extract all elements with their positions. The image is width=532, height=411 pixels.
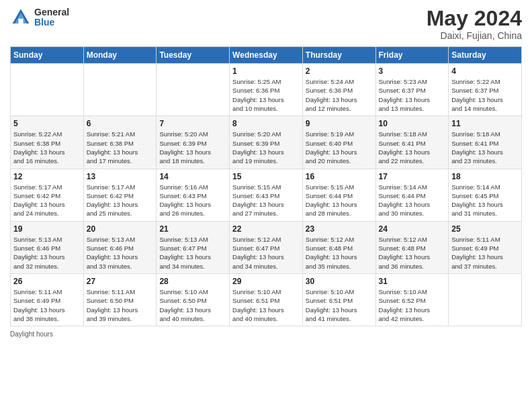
calendar-cell [11, 64, 84, 116]
day-info: Sunrise: 5:13 AM Sunset: 6:47 PM Dayligh… [159, 235, 226, 271]
weekday-header-monday: Monday [83, 47, 157, 64]
calendar-cell: 30Sunrise: 5:10 AM Sunset: 6:51 PM Dayli… [302, 273, 375, 326]
calendar-week-5: 26Sunrise: 5:11 AM Sunset: 6:49 PM Dayli… [11, 273, 522, 326]
page: General Blue May 2024 Daixi, Fujian, Chi… [0, 0, 532, 411]
calendar-cell: 1Sunrise: 5:25 AM Sunset: 6:36 PM Daylig… [230, 64, 303, 116]
day-info: Sunrise: 5:14 AM Sunset: 6:45 PM Dayligh… [451, 183, 519, 218]
calendar-cell: 16Sunrise: 5:15 AM Sunset: 6:44 PM Dayli… [302, 169, 375, 221]
calendar-week-2: 5Sunrise: 5:22 AM Sunset: 6:38 PM Daylig… [11, 116, 522, 169]
calendar-cell: 21Sunrise: 5:13 AM Sunset: 6:47 PM Dayli… [157, 221, 230, 273]
day-number: 21 [159, 224, 226, 234]
logo-text: General Blue [34, 7, 69, 28]
calendar-cell: 23Sunrise: 5:12 AM Sunset: 6:48 PM Dayli… [302, 221, 375, 273]
calendar-cell [83, 64, 157, 116]
calendar-cell: 10Sunrise: 5:18 AM Sunset: 6:41 PM Dayli… [375, 116, 449, 169]
calendar-cell: 24Sunrise: 5:12 AM Sunset: 6:48 PM Dayli… [375, 221, 449, 273]
day-info: Sunrise: 5:25 AM Sunset: 6:36 PM Dayligh… [232, 77, 300, 113]
calendar-cell: 14Sunrise: 5:16 AM Sunset: 6:43 PM Dayli… [157, 169, 230, 221]
day-info: Sunrise: 5:22 AM Sunset: 6:37 PM Dayligh… [451, 77, 519, 113]
day-number: 4 [451, 66, 519, 76]
weekday-header-row: SundayMondayTuesdayWednesdayThursdayFrid… [11, 47, 522, 64]
day-number: 16 [306, 172, 373, 181]
day-info: Sunrise: 5:14 AM Sunset: 6:44 PM Dayligh… [379, 183, 446, 218]
daylight-label: Daylight hours [10, 330, 53, 338]
weekday-header-sunday: Sunday [11, 47, 84, 64]
day-info: Sunrise: 5:12 AM Sunset: 6:48 PM Dayligh… [379, 235, 446, 271]
calendar-cell: 6Sunrise: 5:21 AM Sunset: 6:38 PM Daylig… [83, 116, 157, 169]
day-number: 28 [159, 277, 226, 286]
day-number: 9 [306, 119, 373, 128]
logo: General Blue [10, 7, 69, 28]
title-block: May 2024 Daixi, Fujian, China [427, 7, 522, 41]
day-info: Sunrise: 5:10 AM Sunset: 6:51 PM Dayligh… [232, 287, 300, 323]
calendar-cell: 31Sunrise: 5:10 AM Sunset: 6:52 PM Dayli… [375, 273, 449, 326]
calendar-table: SundayMondayTuesdayWednesdayThursdayFrid… [10, 46, 522, 326]
day-number: 27 [87, 277, 154, 286]
day-number: 20 [87, 224, 154, 234]
day-number: 22 [232, 224, 300, 234]
calendar-cell: 20Sunrise: 5:13 AM Sunset: 6:46 PM Dayli… [83, 221, 157, 273]
day-number: 29 [232, 277, 300, 286]
day-number: 25 [451, 224, 519, 234]
day-number: 31 [379, 277, 446, 286]
day-number: 12 [13, 172, 81, 181]
day-info: Sunrise: 5:24 AM Sunset: 6:36 PM Dayligh… [306, 77, 373, 113]
header: General Blue May 2024 Daixi, Fujian, Chi… [10, 7, 522, 41]
day-info: Sunrise: 5:10 AM Sunset: 6:50 PM Dayligh… [159, 287, 226, 323]
day-number: 3 [379, 66, 446, 76]
calendar-cell: 27Sunrise: 5:11 AM Sunset: 6:50 PM Dayli… [83, 273, 157, 326]
calendar-cell: 12Sunrise: 5:17 AM Sunset: 6:42 PM Dayli… [11, 169, 84, 221]
day-info: Sunrise: 5:13 AM Sunset: 6:46 PM Dayligh… [13, 235, 81, 271]
day-number: 7 [159, 119, 226, 128]
day-number: 11 [451, 119, 519, 128]
weekday-header-wednesday: Wednesday [230, 47, 303, 64]
calendar-cell: 26Sunrise: 5:11 AM Sunset: 6:49 PM Dayli… [11, 273, 84, 326]
day-number: 5 [13, 119, 81, 128]
day-info: Sunrise: 5:10 AM Sunset: 6:51 PM Dayligh… [306, 287, 373, 323]
day-info: Sunrise: 5:16 AM Sunset: 6:43 PM Dayligh… [159, 183, 226, 218]
calendar-week-1: 1Sunrise: 5:25 AM Sunset: 6:36 PM Daylig… [11, 64, 522, 116]
calendar-cell: 5Sunrise: 5:22 AM Sunset: 6:38 PM Daylig… [11, 116, 84, 169]
day-number: 6 [87, 119, 154, 128]
calendar-cell [449, 273, 522, 326]
day-info: Sunrise: 5:13 AM Sunset: 6:46 PM Dayligh… [87, 235, 154, 271]
calendar-cell: 15Sunrise: 5:15 AM Sunset: 6:43 PM Dayli… [230, 169, 303, 221]
weekday-header-friday: Friday [375, 47, 449, 64]
day-info: Sunrise: 5:12 AM Sunset: 6:47 PM Dayligh… [232, 235, 300, 271]
day-number: 30 [306, 277, 373, 286]
weekday-header-thursday: Thursday [302, 47, 375, 64]
day-number: 1 [232, 66, 300, 76]
day-info: Sunrise: 5:12 AM Sunset: 6:48 PM Dayligh… [306, 235, 373, 271]
day-info: Sunrise: 5:10 AM Sunset: 6:52 PM Dayligh… [379, 287, 446, 323]
month-title: May 2024 [427, 7, 522, 30]
day-number: 15 [232, 172, 300, 181]
day-info: Sunrise: 5:17 AM Sunset: 6:42 PM Dayligh… [87, 183, 154, 218]
calendar-cell: 13Sunrise: 5:17 AM Sunset: 6:42 PM Dayli… [83, 169, 157, 221]
day-info: Sunrise: 5:23 AM Sunset: 6:37 PM Dayligh… [379, 77, 446, 113]
calendar-cell: 19Sunrise: 5:13 AM Sunset: 6:46 PM Dayli… [11, 221, 84, 273]
weekday-header-tuesday: Tuesday [157, 47, 230, 64]
svg-rect-2 [18, 19, 23, 24]
weekday-header-saturday: Saturday [449, 47, 522, 64]
day-number: 13 [87, 172, 154, 181]
calendar-cell: 17Sunrise: 5:14 AM Sunset: 6:44 PM Dayli… [375, 169, 449, 221]
calendar-cell: 7Sunrise: 5:20 AM Sunset: 6:39 PM Daylig… [157, 116, 230, 169]
calendar-cell [157, 64, 230, 116]
calendar-cell: 29Sunrise: 5:10 AM Sunset: 6:51 PM Dayli… [230, 273, 303, 326]
calendar-cell: 8Sunrise: 5:20 AM Sunset: 6:39 PM Daylig… [230, 116, 303, 169]
day-number: 14 [159, 172, 226, 181]
day-number: 8 [232, 119, 300, 128]
day-info: Sunrise: 5:18 AM Sunset: 6:41 PM Dayligh… [379, 130, 446, 165]
calendar-cell: 22Sunrise: 5:12 AM Sunset: 6:47 PM Dayli… [230, 221, 303, 273]
day-info: Sunrise: 5:19 AM Sunset: 6:40 PM Dayligh… [306, 130, 373, 165]
footer: Daylight hours [10, 330, 522, 338]
logo-blue-text: Blue [34, 17, 69, 28]
day-info: Sunrise: 5:15 AM Sunset: 6:44 PM Dayligh… [306, 183, 373, 218]
day-info: Sunrise: 5:11 AM Sunset: 6:50 PM Dayligh… [87, 287, 154, 323]
day-info: Sunrise: 5:15 AM Sunset: 6:43 PM Dayligh… [232, 183, 300, 218]
day-info: Sunrise: 5:11 AM Sunset: 6:49 PM Dayligh… [451, 235, 519, 271]
day-number: 26 [13, 277, 81, 286]
day-info: Sunrise: 5:20 AM Sunset: 6:39 PM Dayligh… [232, 130, 300, 165]
day-number: 19 [13, 224, 81, 234]
day-info: Sunrise: 5:18 AM Sunset: 6:41 PM Dayligh… [451, 130, 519, 165]
